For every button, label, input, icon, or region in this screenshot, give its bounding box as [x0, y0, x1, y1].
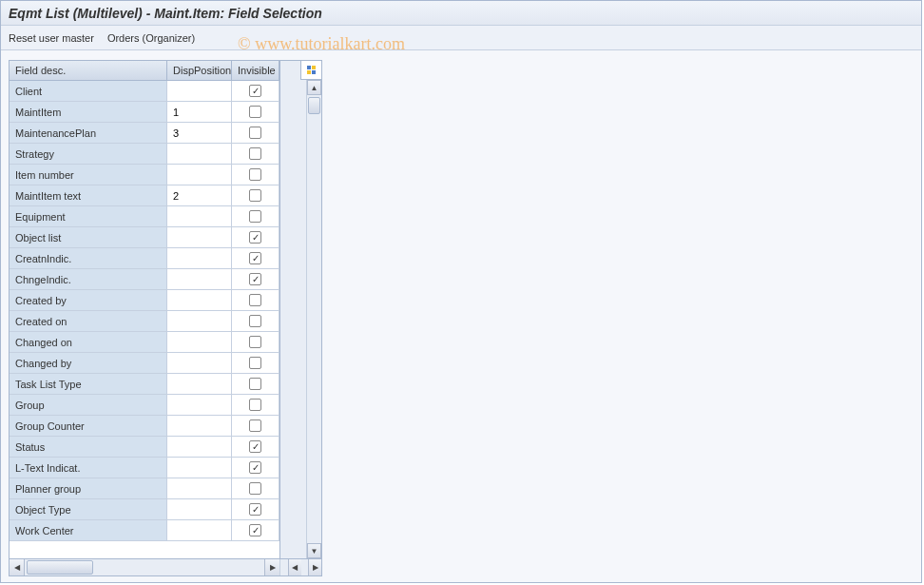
column-header-invisible[interactable]: Invisible [232, 61, 279, 80]
disp-position-cell[interactable]: 2 [167, 185, 232, 205]
table-row: Work Center✓ [10, 520, 279, 541]
disp-position-cell[interactable]: 1 [167, 102, 232, 122]
table-row: MaintItem text2 [10, 185, 279, 206]
disp-position-cell[interactable] [167, 290, 232, 310]
invisible-checkbox[interactable]: ✓ [249, 503, 261, 516]
disp-position-cell[interactable] [167, 248, 232, 268]
field-desc-cell[interactable]: Status [10, 437, 167, 457]
invisible-checkbox[interactable] [249, 399, 261, 411]
disp-position-cell[interactable] [167, 353, 232, 373]
disp-position-cell[interactable] [167, 478, 232, 498]
invisible-checkbox[interactable] [249, 357, 261, 369]
field-desc-cell[interactable]: Created on [10, 311, 167, 331]
disp-position-cell[interactable] [167, 395, 232, 415]
field-desc-cell[interactable]: L-Text Indicat. [10, 458, 167, 478]
disp-position-cell[interactable] [167, 144, 232, 164]
hscroll-thumb[interactable] [27, 560, 93, 575]
scroll-up-arrow[interactable]: ▲ [307, 80, 321, 95]
invisible-checkbox[interactable] [249, 315, 261, 327]
invisible-checkbox[interactable] [249, 482, 261, 495]
configure-columns-button[interactable] [300, 61, 321, 80]
invisible-cell [232, 374, 279, 394]
disp-position-cell[interactable] [167, 416, 232, 436]
disp-position-cell[interactable] [167, 165, 232, 185]
invisible-checkbox[interactable]: ✓ [249, 231, 261, 244]
field-desc-cell[interactable]: MaintItem text [10, 185, 167, 205]
vscroll-thumb[interactable] [308, 97, 320, 114]
invisible-checkbox[interactable] [249, 378, 261, 390]
scroll-down-arrow[interactable]: ▼ [307, 543, 321, 558]
invisible-checkbox[interactable]: ✓ [249, 461, 261, 474]
invisible-checkbox[interactable]: ✓ [249, 252, 261, 264]
table-row: Changed on [10, 332, 279, 353]
field-desc-cell[interactable]: Planner group [10, 478, 167, 498]
invisible-checkbox[interactable] [249, 127, 261, 139]
content-area: Field desc. DispPosition Invisible Clien… [1, 50, 921, 582]
disp-position-cell[interactable] [167, 520, 232, 540]
field-desc-cell[interactable]: Created by [10, 290, 167, 310]
orders-organizer-button[interactable]: Orders (Organizer) [107, 32, 195, 44]
hscroll-left-arrow-2[interactable]: ◀ [288, 559, 301, 575]
invisible-cell: ✓ [232, 520, 279, 540]
invisible-checkbox[interactable] [249, 168, 261, 181]
grid-body: Client✓MaintItem1MaintenancePlan3Strateg… [10, 81, 279, 541]
table-row: Equipment [10, 206, 279, 227]
field-desc-cell[interactable]: ChngeIndic. [10, 269, 167, 289]
invisible-checkbox[interactable]: ✓ [249, 273, 261, 285]
field-desc-cell[interactable]: MaintenancePlan [10, 123, 167, 143]
invisible-checkbox[interactable] [249, 336, 261, 348]
invisible-checkbox[interactable] [249, 189, 261, 202]
horizontal-scrollbar[interactable]: ◀ ▶ ◀ ▶ [9, 559, 322, 576]
vscroll-track[interactable] [307, 95, 321, 543]
invisible-checkbox[interactable] [249, 419, 261, 432]
field-desc-cell[interactable]: Group Counter [10, 416, 167, 436]
disp-position-cell[interactable]: 3 [167, 123, 232, 143]
disp-position-cell[interactable] [167, 458, 232, 478]
reset-user-master-button[interactable]: Reset user master [9, 32, 94, 44]
field-desc-cell[interactable]: Object Type [10, 499, 167, 519]
field-desc-cell[interactable]: Client [10, 81, 167, 101]
disp-position-cell[interactable] [167, 499, 232, 519]
vertical-scrollbar[interactable]: ▲ ▼ [306, 80, 321, 558]
invisible-checkbox[interactable]: ✓ [249, 524, 261, 536]
field-desc-cell[interactable]: Changed on [10, 332, 167, 352]
invisible-checkbox[interactable]: ✓ [249, 440, 261, 453]
field-desc-cell[interactable]: MaintItem [10, 102, 167, 122]
invisible-checkbox[interactable] [249, 106, 261, 118]
field-desc-cell[interactable]: CreatnIndic. [10, 248, 167, 268]
app-window: Eqmt List (Multilevel) - Maint.Item: Fie… [0, 0, 922, 583]
invisible-checkbox[interactable] [249, 147, 261, 160]
invisible-checkbox[interactable] [249, 210, 261, 223]
disp-position-cell[interactable] [167, 81, 232, 101]
window-title: Eqmt List (Multilevel) - Maint.Item: Fie… [1, 1, 921, 26]
field-desc-cell[interactable]: Object list [10, 227, 167, 247]
field-desc-cell[interactable]: Changed by [10, 353, 167, 373]
invisible-checkbox[interactable]: ✓ [249, 85, 261, 97]
invisible-cell: ✓ [232, 458, 279, 478]
disp-position-cell[interactable] [167, 437, 232, 457]
disp-position-cell[interactable] [167, 332, 232, 352]
hscroll-right-arrow-2[interactable]: ▶ [308, 559, 321, 575]
disp-position-cell[interactable] [167, 206, 232, 226]
field-desc-cell[interactable]: Group [10, 395, 167, 415]
invisible-cell: ✓ [232, 227, 279, 247]
field-desc-cell[interactable]: Equipment [10, 206, 167, 226]
field-desc-cell[interactable]: Item number [10, 165, 167, 185]
disp-position-cell[interactable] [167, 269, 232, 289]
hscroll-left-arrow[interactable]: ◀ [10, 559, 25, 575]
column-header-field-desc[interactable]: Field desc. [10, 61, 167, 80]
field-desc-cell[interactable]: Work Center [10, 520, 167, 540]
grid-main: Field desc. DispPosition Invisible Clien… [10, 61, 279, 558]
disp-position-cell[interactable] [167, 374, 232, 394]
field-desc-cell[interactable]: Task List Type [10, 374, 167, 394]
disp-position-cell[interactable] [167, 311, 232, 331]
table-row: Task List Type [10, 374, 279, 395]
hscroll-right-arrow[interactable]: ▶ [264, 559, 279, 575]
invisible-checkbox[interactable] [249, 294, 261, 306]
grid-right-gutter: ▲ ▼ [279, 61, 321, 558]
field-desc-cell[interactable]: Strategy [10, 144, 167, 164]
disp-position-cell[interactable] [167, 227, 232, 247]
table-row: Planner group [10, 478, 279, 499]
column-header-disp-position[interactable]: DispPosition [167, 61, 232, 80]
hscroll-track[interactable] [25, 559, 264, 575]
